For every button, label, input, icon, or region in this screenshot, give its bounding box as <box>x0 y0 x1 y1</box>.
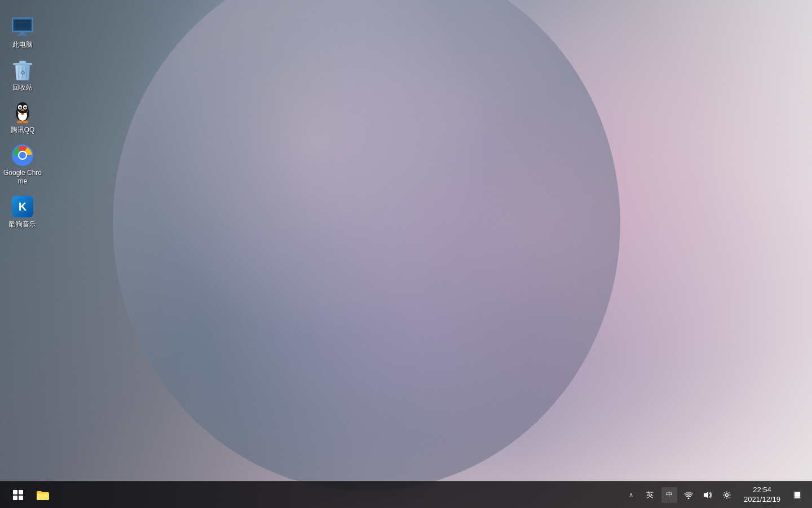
speaker-icon <box>703 491 712 499</box>
ime-icon: 中 <box>661 487 677 503</box>
clock-time: 22:54 <box>753 485 771 495</box>
desktop-icon-kuwo-music[interactable]: K 酷狗音乐 <box>0 191 45 234</box>
taskbar-left <box>0 484 405 506</box>
kuwo-icon-label: 酷狗音乐 <box>9 220 36 229</box>
notification-icon <box>793 491 801 499</box>
qq-icon <box>11 101 34 124</box>
svg-rect-2 <box>20 32 25 34</box>
svg-point-25 <box>20 107 21 108</box>
svg-rect-5 <box>19 61 26 64</box>
chrome-icon <box>11 144 34 167</box>
tray-clock[interactable]: 22:54 2021/12/19 <box>738 485 786 505</box>
svg-rect-40 <box>795 492 800 497</box>
network-icon <box>684 491 693 499</box>
desktop-icon-tencent-qq[interactable]: 腾讯QQ <box>0 97 45 139</box>
svg-point-38 <box>725 493 728 496</box>
recycle-bin-icon-label: 回收站 <box>12 84 33 93</box>
tray-language-button[interactable]: 英 <box>642 484 658 506</box>
desktop: 此电脑 <box>0 0 812 508</box>
taskbar-file-explorer[interactable] <box>32 484 54 506</box>
tray-notification-button[interactable] <box>789 484 805 506</box>
computer-icon-label: 此电脑 <box>12 41 33 50</box>
svg-rect-3 <box>17 34 28 36</box>
tray-action-center-button[interactable] <box>719 484 735 506</box>
svg-rect-1 <box>14 20 31 30</box>
folder-icon <box>37 490 49 500</box>
desktop-icon-list: 此电脑 <box>0 6 45 239</box>
gear-icon <box>723 491 731 499</box>
start-button[interactable] <box>7 484 29 506</box>
chrome-icon-label: Google Chrome <box>2 169 43 186</box>
qq-icon-label: 腾讯QQ <box>11 126 35 135</box>
desktop-icon-recycle-bin[interactable]: ♻ 回收站 <box>0 54 45 97</box>
recycle-bin-icon: ♻ <box>11 59 34 81</box>
ime-label: 中 <box>666 490 673 500</box>
tray-network-button[interactable] <box>681 484 696 506</box>
svg-point-28 <box>17 121 23 124</box>
svg-point-27 <box>21 110 24 111</box>
svg-point-26 <box>25 107 27 108</box>
desktop-icon-computer[interactable]: 此电脑 <box>0 11 45 54</box>
svg-text:K: K <box>19 200 27 213</box>
language-text: 英 <box>646 490 654 500</box>
desktop-icon-google-chrome[interactable]: Google Chrome <box>0 139 45 191</box>
svg-point-29 <box>23 121 28 124</box>
taskbar: ∧ 英 中 <box>0 481 812 508</box>
svg-rect-41 <box>795 497 800 498</box>
svg-text:♻: ♻ <box>20 69 25 76</box>
windows-logo-icon <box>13 490 23 500</box>
taskbar-tray: ∧ 英 中 <box>405 484 812 506</box>
tray-show-hidden-button[interactable]: ∧ <box>623 484 639 506</box>
svg-point-32 <box>19 152 26 159</box>
computer-icon <box>11 16 34 38</box>
tray-volume-button[interactable] <box>700 484 716 506</box>
svg-point-36 <box>687 497 689 499</box>
chevron-up-icon: ∧ <box>629 491 633 498</box>
svg-marker-37 <box>704 492 708 498</box>
kuwo-icon: K <box>11 195 34 218</box>
clock-date: 2021/12/19 <box>744 495 780 505</box>
tray-ime-button[interactable]: 中 <box>661 484 677 506</box>
